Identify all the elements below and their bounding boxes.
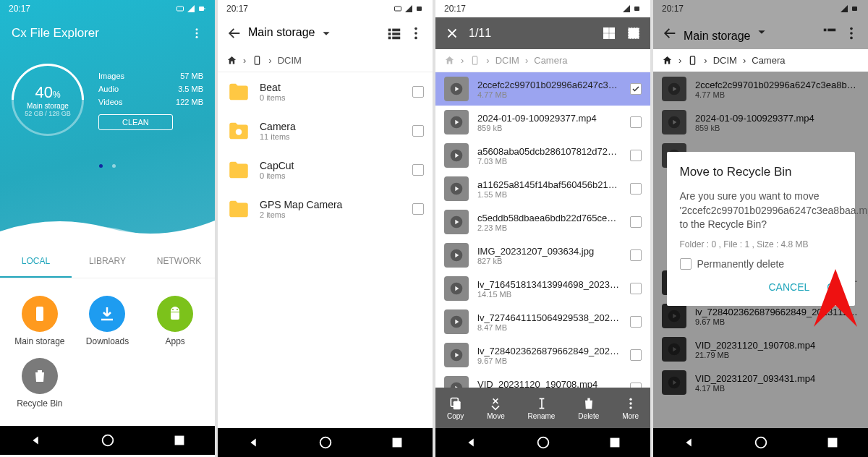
screen-file-selection: 20:17 1/11 › › DCIM › Camera 2ccefc2c997… xyxy=(435,0,650,457)
svg-rect-13 xyxy=(388,29,391,32)
status-time: 20:17 xyxy=(9,4,30,14)
nav-recent[interactable] xyxy=(171,432,187,448)
file-row[interactable]: 2ccefc2c99701b02996a6247c3ea8baa.mp44.77… xyxy=(435,72,650,106)
nav-home[interactable] xyxy=(535,435,551,450)
tab-network[interactable]: NETWORK xyxy=(143,246,215,278)
more-icon[interactable] xyxy=(190,27,203,40)
header-title[interactable]: Main storage xyxy=(248,25,380,41)
permanent-delete-checkbox[interactable]: Permanently delete xyxy=(680,258,842,270)
checkbox[interactable] xyxy=(630,116,642,128)
svg-rect-18 xyxy=(392,37,400,40)
folder-list[interactable]: Beat0 items Camera11 items CapCut0 items… xyxy=(218,72,433,428)
close-icon[interactable] xyxy=(444,25,460,41)
breadcrumb: › ›DCIM ›Camera xyxy=(653,49,868,72)
checkbox[interactable] xyxy=(630,83,642,95)
action-rename[interactable]: Rename xyxy=(528,396,556,420)
file-row[interactable]: a5608aba05dcb286107812d724861e43.mp47.03… xyxy=(435,139,650,172)
back-icon[interactable] xyxy=(226,25,242,41)
folder-row[interactable]: Camera11 items xyxy=(218,111,433,150)
breadcrumb: › › DCIM › Camera xyxy=(435,49,650,72)
breadcrumb: › › DCIM xyxy=(218,49,433,72)
svg-rect-29 xyxy=(604,34,608,38)
checkbox[interactable] xyxy=(680,258,692,270)
checkbox[interactable] xyxy=(630,249,642,261)
file-thumbnail xyxy=(444,276,469,301)
nav-home[interactable] xyxy=(100,432,116,448)
nav-back[interactable] xyxy=(681,435,697,450)
svg-point-54 xyxy=(850,27,853,30)
back-icon xyxy=(662,25,678,41)
folder-icon xyxy=(226,80,251,104)
checkbox[interactable] xyxy=(412,164,424,176)
action-delete[interactable]: Delete xyxy=(578,396,599,420)
svg-rect-11 xyxy=(395,7,401,11)
checkbox[interactable] xyxy=(630,383,642,388)
nav-back[interactable] xyxy=(246,435,262,450)
svg-point-21 xyxy=(414,37,417,40)
shortcut-main-storage[interactable]: Main storage xyxy=(6,290,74,352)
svg-rect-28 xyxy=(610,28,614,33)
svg-point-8 xyxy=(176,309,178,310)
file-row[interactable]: lv_728402362687966284​9_2023112040110906… xyxy=(435,338,650,372)
nav-home[interactable] xyxy=(318,435,333,450)
crumb-item[interactable]: DCIM xyxy=(278,55,302,66)
checkbox[interactable] xyxy=(630,283,642,294)
checkbox[interactable] xyxy=(412,125,424,137)
file-row[interactable]: VID_20231120_190708.mp421.79 MB xyxy=(435,372,650,388)
svg-point-19 xyxy=(414,27,417,30)
selection-header: 1/11 xyxy=(435,17,650,49)
status-icons xyxy=(176,4,206,13)
nav-back[interactable] xyxy=(464,435,480,450)
checkbox[interactable] xyxy=(412,86,424,98)
tab-local[interactable]: LOCAL xyxy=(0,246,72,278)
file-thumbnail xyxy=(444,77,469,101)
nav-bar xyxy=(0,426,215,455)
shortcut-downloads[interactable]: Downloads xyxy=(74,290,142,352)
file-row[interactable]: c5eddb58dbaea6bdb22d765cee981fcc.mp42.23… xyxy=(435,205,650,239)
storage-ring[interactable]: 40% Main storage 52 GB / 128 GB xyxy=(12,64,84,136)
phone-icon[interactable] xyxy=(252,55,263,66)
clean-button[interactable]: CLEAN xyxy=(98,114,173,130)
folder-row[interactable]: CapCut0 items xyxy=(218,150,433,189)
status-bar: 20:17 xyxy=(435,0,650,17)
svg-point-9 xyxy=(102,435,113,446)
nav-recent[interactable] xyxy=(389,435,405,450)
svg-rect-66 xyxy=(827,438,837,448)
nav-recent[interactable] xyxy=(607,435,623,450)
svg-rect-14 xyxy=(392,29,400,32)
checkbox[interactable] xyxy=(630,316,642,328)
action-more[interactable]: More xyxy=(622,396,639,420)
checkbox[interactable] xyxy=(630,216,642,228)
cancel-button[interactable]: CANCEL xyxy=(768,281,809,293)
folder-row[interactable]: GPS Map Camera2 items xyxy=(218,189,433,228)
shortcut-apps[interactable]: Apps xyxy=(141,290,209,352)
checkbox[interactable] xyxy=(412,203,424,215)
svg-rect-31 xyxy=(629,28,639,39)
wave-decoration xyxy=(0,210,215,246)
select-all-icon[interactable] xyxy=(601,25,617,41)
svg-rect-22 xyxy=(255,56,260,64)
checkbox[interactable] xyxy=(630,349,642,361)
svg-point-7 xyxy=(172,309,174,310)
nav-back[interactable] xyxy=(28,432,44,448)
file-row[interactable]: lv_716451813413994698_20231120191129.mp4… xyxy=(435,272,650,305)
shortcut-recycle-bin[interactable]: Recycle Bin xyxy=(6,352,74,414)
nav-recent[interactable] xyxy=(825,435,841,450)
nav-home[interactable] xyxy=(753,435,769,450)
file-list[interactable]: 2ccefc2c99701b02996a6247c3ea8baa.mp44.77… xyxy=(435,72,650,388)
tab-library[interactable]: LIBRARY xyxy=(72,246,143,278)
home-icon[interactable] xyxy=(226,55,237,66)
file-row[interactable]: IMG_20231207_093634.jpg827 kB xyxy=(435,239,650,272)
checkbox[interactable] xyxy=(630,183,642,195)
action-copy[interactable]: Copy xyxy=(447,396,464,420)
view-list-icon[interactable] xyxy=(386,25,402,41)
file-row[interactable]: a11625a8145f14baf560456b219fcc19.mp41.55… xyxy=(435,172,650,205)
file-row[interactable]: lv_727464111506492953​8_2023112040112705… xyxy=(435,305,650,338)
folder-row[interactable]: Beat0 items xyxy=(218,72,433,111)
file-row[interactable]: 2024-01-09-100929377.mp4859 kB xyxy=(435,106,650,139)
deselect-icon[interactable] xyxy=(626,25,642,41)
dialog-message: Are you sure you want to move '2ccefc2c9… xyxy=(680,189,842,232)
checkbox[interactable] xyxy=(630,150,642,161)
action-move[interactable]: Move xyxy=(487,396,504,420)
more-icon[interactable] xyxy=(408,25,424,41)
